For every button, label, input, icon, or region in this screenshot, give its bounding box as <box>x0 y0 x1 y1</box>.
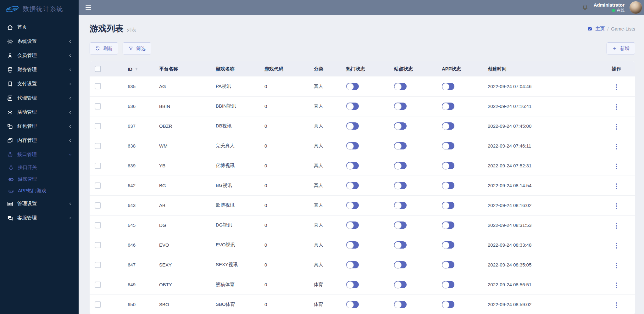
app-status-toggle[interactable] <box>442 182 454 189</box>
sidebar-item-agent-management[interactable]: 代理管理 <box>0 91 79 105</box>
site-status-toggle[interactable] <box>394 261 407 268</box>
hot-status-toggle[interactable] <box>346 103 359 110</box>
app-status-toggle[interactable] <box>442 122 454 130</box>
sidebar-item-admin-settings[interactable]: 管理设置 <box>0 197 79 211</box>
site-status-toggle[interactable] <box>394 221 407 229</box>
app-status-toggle[interactable] <box>442 103 454 110</box>
hot-status-toggle[interactable] <box>346 281 359 288</box>
hot-status-toggle[interactable] <box>346 122 359 130</box>
row-actions-menu[interactable] <box>613 241 619 250</box>
row-checkbox[interactable] <box>95 163 101 169</box>
site-status-toggle[interactable] <box>394 83 407 90</box>
app-status-toggle[interactable] <box>442 83 454 90</box>
row-checkbox[interactable] <box>95 222 101 228</box>
sidebar-item-system-settings[interactable]: 系统设置 <box>0 34 79 48</box>
app-status-toggle[interactable] <box>442 221 454 229</box>
sidebar-item-activity-management[interactable]: 活动管理 <box>0 105 79 119</box>
cell-code: 0 <box>259 76 309 96</box>
row-checkbox[interactable] <box>95 143 101 149</box>
row-checkbox[interactable] <box>95 262 101 268</box>
site-status-toggle[interactable] <box>394 142 407 149</box>
breadcrumb-home[interactable]: 主页 <box>595 26 605 32</box>
sidebar-item-home[interactable]: 首页 <box>0 20 79 34</box>
cell-code: 0 <box>259 176 309 195</box>
sidebar-item-content-management[interactable]: 内容管理 <box>0 133 79 148</box>
cell-code: 0 <box>259 136 309 156</box>
row-actions-menu[interactable] <box>613 261 619 270</box>
site-status-toggle[interactable] <box>394 281 407 288</box>
table-row: 645DGDG视讯0真人2022-09-24 08:31:53 <box>90 215 635 235</box>
user-info[interactable]: Administrator 在线 <box>594 2 625 13</box>
app-status-toggle[interactable] <box>442 261 454 268</box>
hot-status-toggle[interactable] <box>346 202 359 209</box>
app-status-toggle[interactable] <box>442 301 454 308</box>
row-checkbox[interactable] <box>95 182 101 189</box>
row-checkbox[interactable] <box>95 202 101 209</box>
hot-status-toggle[interactable] <box>346 142 359 149</box>
hot-status-toggle[interactable] <box>346 261 359 268</box>
cell-game: 完美真人 <box>211 136 259 156</box>
table-header-id[interactable]: ID <box>123 61 154 76</box>
row-actions-menu[interactable] <box>613 202 619 210</box>
cell-created: 2022-09-24 08:35:05 <box>483 255 597 275</box>
sidebar-item-interface-switch[interactable]: 接口开关 <box>0 162 79 173</box>
row-checkbox[interactable] <box>95 282 101 288</box>
breadcrumb-separator: / <box>607 26 608 31</box>
sidebar-item-label: 支付设置 <box>17 81 37 87</box>
address-book-icon <box>7 95 13 101</box>
row-checkbox[interactable] <box>95 301 101 308</box>
row-actions-menu[interactable] <box>613 122 619 131</box>
row-actions-menu[interactable] <box>613 142 619 151</box>
row-actions-menu[interactable] <box>613 83 619 92</box>
site-status-toggle[interactable] <box>394 103 407 110</box>
select-all-checkbox[interactable] <box>95 66 101 72</box>
plus-icon <box>612 46 617 51</box>
app-status-toggle[interactable] <box>442 281 454 288</box>
refresh-button[interactable]: 刷新 <box>90 42 118 54</box>
sidebar-item-member-management[interactable]: 会员管理 <box>0 48 79 63</box>
sidebar-item-service-management[interactable]: 客服管理 <box>0 211 79 225</box>
row-checkbox[interactable] <box>95 83 101 89</box>
sidebar-item-payment-settings[interactable]: 支付设置 <box>0 77 79 91</box>
sidebar-item-redpacket-management[interactable]: 红包管理 <box>0 119 79 133</box>
row-actions-menu[interactable] <box>613 162 619 171</box>
site-status-toggle[interactable] <box>394 241 407 249</box>
filter-button[interactable]: 筛选 <box>123 42 151 54</box>
sidebar-item-finance-management[interactable]: 财务管理 <box>0 63 79 77</box>
hot-status-toggle[interactable] <box>346 241 359 249</box>
row-actions-menu[interactable] <box>613 301 619 310</box>
database-icon <box>7 67 13 73</box>
add-button[interactable]: 新增 <box>607 42 635 54</box>
hot-status-toggle[interactable] <box>346 182 359 189</box>
site-status-toggle[interactable] <box>394 162 407 169</box>
row-checkbox[interactable] <box>95 123 101 129</box>
app-status-toggle[interactable] <box>442 241 454 249</box>
hot-status-toggle[interactable] <box>346 221 359 229</box>
row-actions-menu[interactable] <box>613 182 619 191</box>
app-status-toggle[interactable] <box>442 142 454 149</box>
table-header-site: 站点状态 <box>389 61 437 76</box>
row-actions-menu[interactable] <box>613 103 619 111</box>
sidebar-item-game-management[interactable]: 游戏管理 <box>0 173 79 185</box>
row-checkbox[interactable] <box>95 242 101 248</box>
site-status-toggle[interactable] <box>394 122 407 130</box>
cell-id: 643 <box>123 195 154 215</box>
hot-status-toggle[interactable] <box>346 83 359 90</box>
chevron-left-icon <box>68 53 72 58</box>
site-status-toggle[interactable] <box>394 202 407 209</box>
app-status-toggle[interactable] <box>442 202 454 209</box>
avatar[interactable] <box>630 1 642 14</box>
site-status-toggle[interactable] <box>394 182 407 189</box>
row-actions-menu[interactable] <box>613 281 619 290</box>
site-status-toggle[interactable] <box>394 301 407 308</box>
notifications-bell-icon[interactable] <box>581 4 589 11</box>
menu-toggle-icon[interactable] <box>85 4 92 11</box>
sidebar-item-app-hot-games[interactable]: APP热门游戏 <box>0 185 79 197</box>
hot-status-toggle[interactable] <box>346 301 359 308</box>
row-checkbox[interactable] <box>95 103 101 109</box>
hot-status-toggle[interactable] <box>346 162 359 169</box>
app-status-toggle[interactable] <box>442 162 454 169</box>
row-actions-menu[interactable] <box>613 221 619 230</box>
sidebar-item-interface-management[interactable]: 接口管理 <box>0 148 79 162</box>
cell-game: 亿博视讯 <box>211 156 259 176</box>
